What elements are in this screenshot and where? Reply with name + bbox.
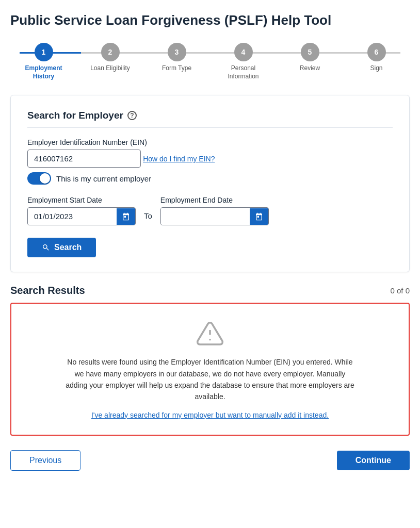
step-1-circle: 1: [35, 43, 53, 61]
end-date-wrapper: [160, 207, 269, 225]
steps-container: 1 EmploymentHistory 2 Loan Eligibility 3…: [10, 43, 410, 80]
step-2-label: Loan Eligibility: [90, 64, 130, 73]
step-3[interactable]: 3 Form Type: [143, 43, 210, 80]
toggle-row: This is my current employer: [27, 172, 393, 185]
calendar-icon: [122, 212, 130, 221]
toggle-thumb: [40, 173, 50, 184]
search-employer-card: Search for Employer ? Employer Identific…: [10, 95, 410, 272]
results-title: Search Results: [10, 285, 85, 296]
step-3-circle: 3: [168, 43, 186, 61]
date-row: Employment Start Date To Employment End …: [27, 196, 393, 225]
end-date-calendar-button[interactable]: [250, 208, 268, 225]
step-4[interactable]: 4 PersonalInformation: [210, 43, 277, 80]
step-6[interactable]: 6 Sign: [343, 43, 410, 80]
toggle-label: This is my current employer: [56, 174, 151, 183]
ein-label: Employer Identification Number (EIN): [27, 138, 393, 146]
page-title: Public Service Loan Forgiveness (PSLF) H…: [10, 12, 410, 28]
step-6-label: Sign: [370, 64, 382, 73]
no-results-box: No results were found using the Employer…: [10, 303, 410, 436]
ein-input[interactable]: [27, 150, 141, 168]
step-6-circle: 6: [367, 43, 386, 61]
start-date-field: Employment Start Date: [27, 196, 136, 225]
step-5-label: Review: [300, 64, 320, 73]
no-results-text: No results were found using the Employer…: [66, 356, 354, 403]
calendar-icon-end: [255, 212, 263, 221]
step-4-label: PersonalInformation: [228, 64, 259, 80]
start-date-input[interactable]: [28, 208, 117, 225]
search-icon: [42, 243, 50, 252]
current-employer-toggle[interactable]: [27, 172, 51, 185]
step-4-circle: 4: [234, 43, 253, 61]
start-date-wrapper: [27, 207, 136, 225]
search-button[interactable]: Search: [27, 238, 96, 257]
manual-add-link[interactable]: I've already searched for my employer bu…: [91, 411, 329, 419]
end-date-field: Employment End Date: [160, 196, 269, 225]
step-1-label: EmploymentHistory: [25, 64, 62, 80]
step-2-circle: 2: [101, 43, 120, 61]
step-2[interactable]: 2 Loan Eligibility: [77, 43, 143, 80]
warning-icon: [196, 319, 224, 348]
step-3-label: Form Type: [162, 64, 191, 73]
progress-bar: 1 EmploymentHistory 2 Loan Eligibility 3…: [10, 43, 410, 80]
search-employer-title: Search for Employer ?: [27, 110, 393, 121]
step-5[interactable]: 5 Review: [277, 43, 343, 80]
previous-button[interactable]: Previous: [10, 450, 80, 471]
end-date-label: Employment End Date: [160, 196, 269, 204]
footer-buttons: Previous Continue: [10, 450, 410, 471]
start-date-label: Employment Start Date: [27, 196, 136, 204]
step-1[interactable]: 1 EmploymentHistory: [10, 43, 77, 80]
end-date-input[interactable]: [161, 208, 250, 225]
card-divider: [27, 127, 393, 128]
step-5-circle: 5: [301, 43, 319, 61]
to-label: To: [144, 211, 152, 225]
toggle-track: [27, 172, 51, 185]
continue-button[interactable]: Continue: [337, 451, 410, 470]
results-header: Search Results 0 of 0: [10, 285, 410, 296]
start-date-calendar-button[interactable]: [117, 208, 135, 225]
results-count: 0 of 0: [390, 286, 410, 295]
ein-help-link[interactable]: How do I find my EIN?: [143, 155, 215, 163]
help-icon[interactable]: ?: [127, 111, 137, 120]
